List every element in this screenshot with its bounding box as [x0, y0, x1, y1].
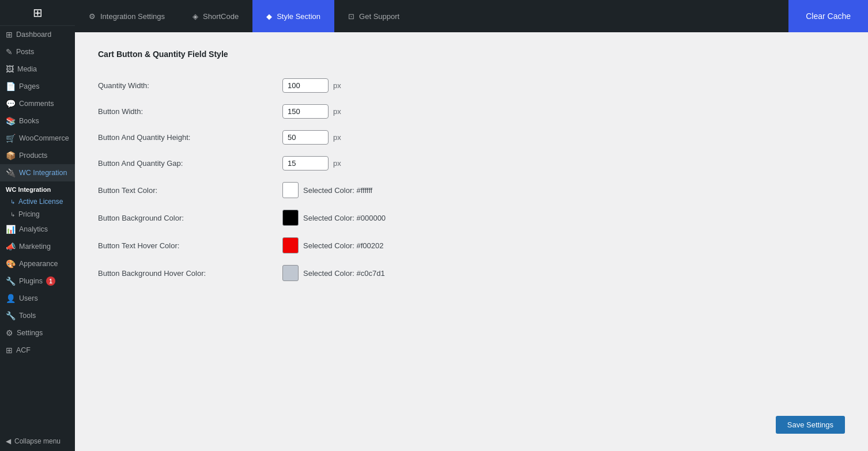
sidebar-item-wc-integration[interactable]: 🔌 WC Integration: [0, 164, 75, 181]
books-icon: 📚: [6, 116, 16, 126]
integration-settings-icon: ⚙: [89, 12, 96, 21]
sidebar-item-users[interactable]: 👤 Users: [0, 290, 75, 307]
sidebar-item-media[interactable]: 🖼 Media: [0, 60, 75, 78]
woocommerce-icon: 🛒: [6, 134, 16, 143]
sub-arrow-icon: ↳: [10, 199, 15, 205]
sidebar-item-marketing[interactable]: 📣 Marketing: [0, 238, 75, 255]
sidebar-item-books[interactable]: 📚 Books: [0, 112, 75, 130]
quantity-width-control: px: [282, 78, 341, 93]
form-row-button-quantity-gap: Button And Quantity Gap: px: [98, 150, 845, 176]
button-bg-hover-color-value: Selected Color: #c0c7d1: [303, 269, 385, 278]
button-text-color-value: Selected Color: #ffffff: [303, 186, 372, 195]
tab-bar: ⚙ Integration Settings ◈ ShortCode ◆ Sty…: [75, 0, 868, 32]
button-bg-hover-color-label: Button Background Hover Color:: [98, 269, 282, 278]
tab-style-section[interactable]: ◆ Style Section: [252, 0, 334, 32]
tab-shortcode[interactable]: ◈ ShortCode: [179, 0, 252, 32]
button-bg-hover-color-swatch[interactable]: [282, 265, 299, 281]
form-row-button-bg-color: Button Background Color: Selected Color:…: [98, 204, 845, 232]
sidebar: ⊞ ⊞ Dashboard ✎ Posts 🖼 Media 📄 Pages 💬 …: [0, 0, 75, 451]
button-bg-color-swatch[interactable]: [282, 210, 299, 226]
button-width-input[interactable]: [282, 104, 329, 119]
products-icon: 📦: [6, 151, 16, 160]
sidebar-item-comments[interactable]: 💬 Comments: [0, 95, 75, 112]
posts-icon: ✎: [6, 47, 13, 56]
form-table: Quantity Width: px Button Width: px Butt…: [98, 73, 845, 287]
settings-icon: ⚙: [6, 328, 13, 338]
wc-integration-icon: 🔌: [6, 168, 16, 177]
tab-spacer: [413, 0, 788, 32]
quantity-width-unit: px: [333, 81, 341, 90]
button-width-label: Button Width:: [98, 107, 282, 116]
tools-icon: 🔧: [6, 311, 16, 320]
button-quantity-gap-input[interactable]: [282, 156, 329, 170]
button-bg-color-label: Button Background Color:: [98, 214, 282, 222]
comments-icon: 💬: [6, 99, 16, 108]
pages-icon: 📄: [6, 82, 16, 91]
button-quantity-height-input[interactable]: [282, 130, 329, 145]
button-bg-hover-color-control: Selected Color: #c0c7d1: [282, 265, 385, 281]
sidebar-item-woocommerce[interactable]: 🛒 WooCommerce: [0, 130, 75, 147]
marketing-icon: 📣: [6, 242, 16, 251]
acf-icon: ⊞: [6, 346, 13, 355]
tab-integration-settings[interactable]: ⚙ Integration Settings: [75, 0, 179, 32]
sidebar-item-acf[interactable]: ⊞ ACF: [0, 342, 75, 359]
button-quantity-height-control: px: [282, 130, 341, 145]
sidebar-item-dashboard[interactable]: ⊞ Dashboard: [0, 26, 75, 43]
form-row-quantity-width: Quantity Width: px: [98, 73, 845, 98]
button-width-unit: px: [333, 107, 341, 116]
sidebar-item-analytics[interactable]: 📊 Analytics: [0, 221, 75, 238]
style-section-icon: ◆: [266, 12, 272, 21]
sub-arrow-icon-2: ↳: [10, 211, 15, 218]
wc-integration-section-label: WC Integration: [0, 181, 75, 195]
button-bg-color-value: Selected Color: #000000: [303, 214, 386, 222]
quantity-width-input[interactable]: [282, 78, 329, 93]
sidebar-item-products[interactable]: 📦 Products: [0, 147, 75, 164]
dashboard-icon: ⊞: [6, 30, 13, 39]
analytics-icon: 📊: [6, 225, 16, 234]
sidebar-item-pages[interactable]: 📄 Pages: [0, 78, 75, 95]
button-quantity-gap-unit: px: [333, 159, 341, 168]
shortcode-icon: ◈: [193, 12, 198, 21]
button-text-hover-color-value: Selected Color: #f00202: [303, 241, 383, 250]
button-text-color-swatch[interactable]: [282, 182, 299, 198]
sidebar-item-tools[interactable]: 🔧 Tools: [0, 307, 75, 324]
save-settings-button[interactable]: Save Settings: [776, 416, 845, 434]
section-title: Cart Button & Quantity Field Style: [98, 50, 845, 59]
button-text-color-label: Button Text Color:: [98, 186, 282, 195]
button-text-hover-color-label: Button Text Hover Color:: [98, 241, 282, 250]
form-row-button-quantity-height: Button And Quantity Height: px: [98, 124, 845, 150]
get-support-icon: ⊡: [348, 12, 354, 21]
sidebar-item-plugins[interactable]: 🔧 Plugins 1: [0, 272, 75, 290]
form-row-button-text-hover-color: Button Text Hover Color: Selected Color:…: [98, 232, 845, 259]
plugins-icon: 🔧: [6, 276, 16, 286]
collapse-icon: ◀: [6, 437, 11, 445]
button-text-color-control: Selected Color: #ffffff: [282, 182, 372, 198]
sidebar-item-settings[interactable]: ⚙ Settings: [0, 324, 75, 342]
clear-cache-button[interactable]: Clear Cache: [788, 0, 868, 32]
media-icon: 🖼: [6, 65, 14, 74]
tab-get-support[interactable]: ⊡ Get Support: [334, 0, 413, 32]
button-quantity-height-unit: px: [333, 133, 341, 142]
collapse-menu-button[interactable]: ◀ Collapse menu: [0, 431, 75, 451]
form-row-button-bg-hover-color: Button Background Hover Color: Selected …: [98, 259, 845, 287]
appearance-icon: 🎨: [6, 259, 16, 268]
sidebar-item-pricing[interactable]: ↳ Pricing: [0, 208, 75, 221]
button-quantity-gap-control: px: [282, 156, 341, 170]
form-row-button-width: Button Width: px: [98, 98, 845, 124]
wp-logo: ⊞: [0, 0, 75, 26]
button-quantity-gap-label: Button And Quantity Gap:: [98, 159, 282, 168]
users-icon: 👤: [6, 294, 16, 303]
sidebar-item-appearance[interactable]: 🎨 Appearance: [0, 255, 75, 272]
form-row-button-text-color: Button Text Color: Selected Color: #ffff…: [98, 176, 845, 204]
sidebar-item-posts[interactable]: ✎ Posts: [0, 43, 75, 60]
main-area: ⚙ Integration Settings ◈ ShortCode ◆ Sty…: [75, 0, 868, 451]
button-text-hover-color-control: Selected Color: #f00202: [282, 237, 383, 253]
button-bg-color-control: Selected Color: #000000: [282, 210, 386, 226]
button-quantity-height-label: Button And Quantity Height:: [98, 133, 282, 142]
sidebar-item-active-license[interactable]: ↳ Active License: [0, 195, 75, 208]
button-text-hover-color-swatch[interactable]: [282, 237, 299, 253]
content-area: Cart Button & Quantity Field Style Quant…: [75, 32, 868, 451]
quantity-width-label: Quantity Width:: [98, 81, 282, 90]
plugins-badge: 1: [46, 276, 55, 286]
button-width-control: px: [282, 104, 341, 119]
